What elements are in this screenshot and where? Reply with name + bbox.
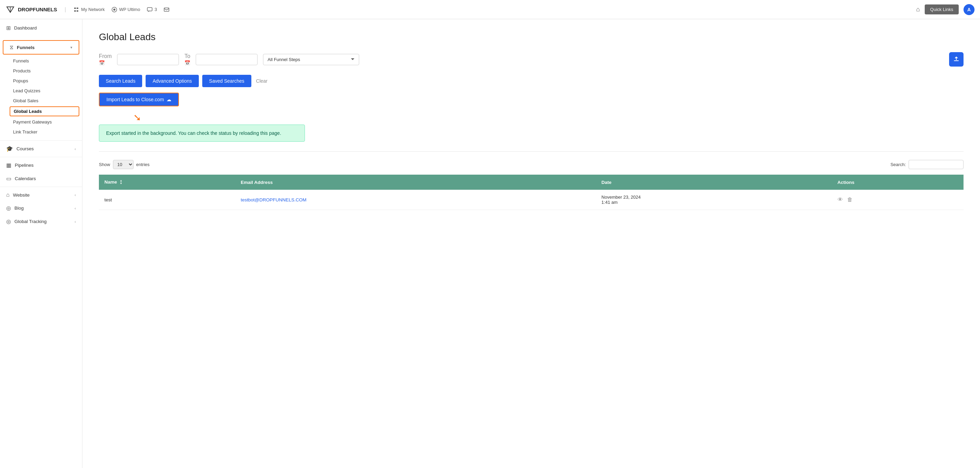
filter-row: From 📅 To 📅 All Funnel Steps [99, 52, 964, 67]
sidebar-dashboard-label: Dashboard [14, 25, 37, 30]
sidebar-item-website[interactable]: ⌂ Website ‹ [0, 188, 82, 201]
main-layout: ⊞ Dashboard ⧖ Funnels ▾ Funnels Products… [0, 19, 980, 468]
courses-icon: 🎓 [6, 146, 13, 152]
sidebar-divider-2 [0, 157, 82, 157]
sidebar-section-funnels: ⧖ Funnels ▾ Funnels Products Popups Lead… [0, 37, 82, 139]
page-title: Global Leads [99, 32, 964, 43]
success-message-text: Export started in the background. You ca… [106, 130, 281, 136]
advanced-options-button[interactable]: Advanced Options [146, 75, 199, 87]
sidebar-calendars-label: Calendars [15, 176, 36, 181]
sidebar-sub-lead-quizzes[interactable]: Lead Quizzes [0, 86, 82, 96]
from-calendar-icon: 📅 [99, 60, 105, 65]
entries-select[interactable]: 10 25 50 100 [113, 160, 134, 169]
top-navigation: DROPFUNNELS | My Network WP Ultimo 3 [0, 0, 980, 19]
my-network-link[interactable]: My Network [73, 7, 105, 12]
logo-icon [5, 5, 15, 14]
import-leads-button[interactable]: Import Leads to Close.com ☁ [99, 93, 179, 106]
sidebar-sub-popups[interactable]: Popups [0, 76, 82, 86]
search-label: Search: [890, 162, 906, 167]
table-header-row: Name ▲▼ Email Address Date Actions [99, 175, 964, 190]
svg-rect-9 [164, 8, 169, 11]
network-icon [73, 7, 79, 12]
wp-ultimo-link[interactable]: WP Ultimo [111, 7, 140, 12]
show-label: Show [99, 162, 110, 167]
to-date-input[interactable] [196, 54, 258, 65]
search-leads-button[interactable]: Search Leads [99, 75, 142, 87]
export-icon [953, 56, 959, 62]
wp-ultimo-label: WP Ultimo [119, 7, 140, 12]
delete-icon[interactable]: 🗑 [847, 197, 853, 203]
sidebar-item-blog[interactable]: ◎ Blog ‹ [0, 201, 82, 215]
courses-chevron-icon: ‹ [75, 147, 76, 151]
upload-icon: ☁ [167, 97, 171, 102]
col-name: Name ▲▼ [99, 175, 235, 190]
sidebar-divider-1 [0, 140, 82, 141]
main-content: Global Leads From 📅 To 📅 All Funnel Step… [83, 19, 980, 468]
svg-rect-3 [76, 8, 78, 9]
col-email: Email Address [235, 175, 596, 190]
entries-label: entries [136, 162, 150, 167]
sidebar-sub-products[interactable]: Products [0, 66, 82, 76]
pipelines-icon: ▦ [6, 162, 11, 168]
table-search-input[interactable] [908, 160, 964, 169]
svg-rect-2 [74, 8, 76, 9]
sidebar-item-courses[interactable]: 🎓 Courses ‹ [0, 142, 82, 155]
funnels-icon: ⧖ [10, 44, 13, 51]
export-button[interactable] [949, 52, 964, 67]
home-link[interactable]: ⌂ [916, 6, 920, 13]
user-avatar[interactable]: A [964, 4, 975, 15]
messages-link[interactable] [164, 7, 169, 12]
global-tracking-icon: ◎ [6, 218, 11, 225]
blog-icon: ◎ [6, 205, 11, 211]
sidebar-sub-funnels[interactable]: Funnels [0, 56, 82, 66]
leads-table: Name ▲▼ Email Address Date Actions test … [99, 175, 964, 210]
brand-logo[interactable]: DROPFUNNELS [5, 5, 57, 14]
svg-rect-4 [74, 10, 76, 12]
to-calendar-icon: 📅 [185, 60, 190, 65]
section-divider [99, 151, 964, 152]
quick-links-button[interactable]: Quick Links [925, 5, 959, 14]
sidebar-sub-payment-gateways[interactable]: Payment Gateways [0, 117, 82, 127]
svg-point-7 [113, 9, 115, 11]
entries-right: Search: [890, 160, 964, 169]
website-icon: ⌂ [6, 192, 10, 198]
search-row: Search Leads Advanced Options Saved Sear… [99, 75, 964, 87]
success-message: Export started in the background. You ca… [99, 125, 305, 142]
messages-icon [164, 7, 169, 12]
saved-searches-button[interactable]: Saved Searches [202, 75, 251, 87]
svg-rect-8 [147, 8, 152, 11]
chat-count: 3 [154, 7, 157, 12]
table-row: test testbot@DROPFUNNELS.COM November 23… [99, 190, 964, 210]
sidebar-funnels-label: Funnels [17, 45, 35, 50]
my-network-label: My Network [81, 7, 105, 12]
nav-separator-1: | [65, 6, 66, 13]
to-label: To 📅 [185, 53, 190, 65]
funnel-steps-select[interactable]: All Funnel Steps [263, 54, 359, 65]
sidebar-item-funnels[interactable]: ⧖ Funnels ▾ [3, 40, 79, 54]
from-text: From [99, 53, 111, 59]
sidebar-item-pipelines[interactable]: ▦ Pipelines [0, 159, 82, 172]
name-sort-icon[interactable]: ▲▼ [120, 179, 123, 185]
col-date: Date [596, 175, 832, 190]
sidebar-item-global-tracking[interactable]: ◎ Global Tracking ‹ [0, 215, 82, 228]
sidebar-pipelines-label: Pipelines [15, 163, 33, 168]
sidebar-sub-link-tracker[interactable]: Link Tracker [0, 127, 82, 137]
view-icon[interactable]: 👁 [837, 197, 843, 203]
sidebar-item-dashboard[interactable]: ⊞ Dashboard [0, 21, 82, 35]
sidebar-sub-global-leads[interactable]: Global Leads [10, 106, 79, 116]
actions-cell: 👁 🗑 [837, 197, 958, 203]
brand-name: DROPFUNNELS [18, 6, 57, 12]
sidebar: ⊞ Dashboard ⧖ Funnels ▾ Funnels Products… [0, 19, 83, 468]
to-text: To [185, 53, 190, 59]
chat-link[interactable]: 3 [147, 7, 157, 12]
calendars-icon: ▭ [6, 175, 11, 182]
blog-chevron-icon: ‹ [75, 206, 76, 210]
sidebar-item-calendars[interactable]: ▭ Calendars [0, 172, 82, 185]
clear-button[interactable]: Clear [255, 76, 269, 86]
cell-date: November 23, 20241:41 am [596, 190, 832, 210]
sidebar-section-dashboard: ⊞ Dashboard [0, 19, 82, 37]
cell-name: test [99, 190, 235, 210]
sidebar-website-label: Website [13, 192, 30, 198]
sidebar-sub-global-sales[interactable]: Global Sales [0, 96, 82, 106]
from-date-input[interactable] [117, 54, 179, 65]
